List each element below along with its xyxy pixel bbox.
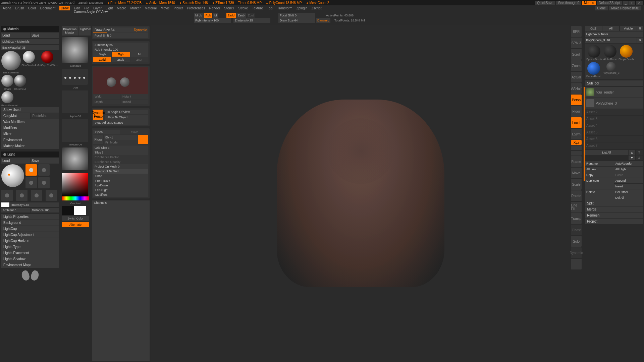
rgb-button-panel[interactable]: Rgb [112,52,129,57]
alpha-preview[interactable] [62,90,88,113]
draw-size-slider-panel[interactable]: Draw Size 64Dynamic [93,27,148,33]
window-close-icon[interactable]: ✕ [636,1,643,5]
window-max-icon[interactable]: □ [629,1,635,5]
snapshot-to-grid-button[interactable]: Snapshot To Grid [93,169,148,174]
fill-mode-slider[interactable]: Fill Mode [104,140,138,145]
menu-texture[interactable]: Texture [252,6,263,10]
material-sphere-redwax[interactable] [41,51,53,63]
append-button[interactable]: Append [614,178,643,183]
persp-icon[interactable]: DynamicPersp [93,110,103,120]
mrgb-button[interactable]: Mrgb [194,13,204,18]
lights-properties-section[interactable]: Lights Properties [1,214,59,220]
menu-macro[interactable]: Macro [117,6,126,10]
arrow-up-icon[interactable]: ▲ [629,150,635,155]
menu-preferences[interactable]: Preferences [187,6,205,10]
autoreorder-button[interactable]: AutoReorder [614,161,643,166]
aahalf-icon[interactable]: AAHalf [571,83,582,94]
light-slot-3[interactable] [25,177,37,188]
menu-zplugin[interactable]: Zplugin [297,6,308,10]
texture-preview[interactable] [62,119,88,142]
lights-placement-section[interactable]: Lights Placement [1,250,59,256]
menus-button[interactable]: Menus [582,1,596,5]
move-icon[interactable]: Move [571,168,582,178]
defaultscript-button[interactable]: DefaultZScript [597,1,622,5]
align-to-object-button[interactable]: Align To Object [105,115,148,120]
subtool-header[interactable]: SubTool [585,80,643,86]
actual-icon[interactable]: Actual [571,72,582,82]
local-toggle-icon[interactable]: Local [571,117,582,128]
lsym-icon[interactable]: LSym [571,129,582,139]
floor-icon[interactable]: Floor [93,135,103,144]
channels-section[interactable]: Channels [92,200,150,361]
material-sphere-skinshade[interactable] [23,51,35,63]
light-load-button[interactable]: Load [1,158,30,164]
split-section[interactable]: Split [585,200,643,206]
subtool-item-6[interactable]: Asset 6 [585,136,643,142]
frame-icon[interactable]: Frame [571,156,582,167]
rgb-button[interactable]: Rgb [204,13,213,18]
menu-transform[interactable]: Transform [277,6,292,10]
tool-sphere-brush[interactable] [588,45,600,58]
draw-size-slider[interactable]: Draw Size 64 [278,18,315,23]
zadd-button-panel[interactable]: Zadd [93,57,111,62]
lightcap-horizon-section[interactable]: LightCap Horizon [1,238,59,244]
zadd-button[interactable]: Zadd [226,13,236,18]
background-section[interactable]: Background [1,220,59,226]
quicksave-button[interactable]: QuickSave [535,1,555,5]
list-all-button[interactable]: List All [585,150,628,155]
material-panel-header[interactable]: Material [1,26,59,32]
lights-type-section[interactable]: Lights Type [1,244,59,250]
matcap-maker-section[interactable]: Matcap Maker [1,143,59,149]
menu-file[interactable]: File [84,6,89,10]
menu-movie[interactable]: Movie [161,6,170,10]
project-section[interactable]: Project [585,219,643,224]
tool-alpha-brush[interactable] [604,45,616,58]
light-panel-header[interactable]: Light [1,152,59,157]
light-intensity-slider[interactable]: Intensity 0.85 [10,202,59,207]
light-color-swatch[interactable] [1,202,9,207]
del-other-button[interactable]: Del Other [614,189,643,195]
remesh-section[interactable]: Remesh [585,213,643,218]
light-slot-5[interactable] [1,190,13,201]
menu-document[interactable]: Document [40,6,56,10]
left-right-button[interactable]: Left-Right [93,188,148,192]
material-sphere-chalk[interactable] [1,75,13,87]
modifiers-section[interactable]: Modifiers [1,125,59,131]
xpose-icon[interactable] [571,259,582,269]
subtool-item-3[interactable]: Asset 3 [585,116,643,122]
rename-button[interactable]: Rename [585,161,614,166]
z-intensity-slider-panel[interactable]: Z Intensity 25 [93,43,148,47]
duplicate-button[interactable]: Duplicate [585,178,614,189]
lightcap-section[interactable]: LightCap [1,226,59,232]
transp-icon[interactable]: Transp [571,213,582,224]
viewport-canvas[interactable] [151,25,570,362]
tool-current[interactable]: PolySphere_3. 48 [585,38,637,43]
tool-r-button[interactable]: R [637,38,643,43]
mrgb-button-panel[interactable]: Mrgb [93,52,111,57]
height-slider[interactable]: Height [121,94,148,99]
material-sphere-chrome[interactable] [14,75,26,87]
brush-preview[interactable] [62,37,88,63]
light-slot-8[interactable] [46,190,57,201]
light-slot-4[interactable] [38,177,50,188]
copy-button[interactable]: Copy [585,172,614,178]
light-slot-2[interactable] [38,164,50,176]
grid-modifiers-section[interactable]: Modifiers [93,192,148,197]
lights-shadow-section[interactable]: Lights Shadow [1,256,59,262]
elv-slider[interactable]: Elv -1 [104,135,138,140]
switchcolor-button[interactable]: SwitchColor [62,216,89,221]
all-high-button[interactable]: All High [614,167,643,172]
scroll-icon[interactable]: Scroll [571,49,582,60]
insert-button[interactable]: Insert [614,184,643,189]
del-all-button[interactable]: Del All [614,195,643,200]
tool-eraser-brush[interactable] [587,62,600,75]
menu-edit[interactable]: Edit [74,6,80,10]
clone-button[interactable]: Clone [595,6,608,10]
tool-lightbox-link[interactable]: Lightbox > Tools [585,32,643,37]
environment-maps-section[interactable]: Environment Maps [1,262,59,268]
all-low-button[interactable]: All Low [585,167,614,172]
brush-depth-preview[interactable] [93,67,148,94]
xyz-toggle-icon[interactable]: Xyz [571,140,582,145]
secondary-color-swatch[interactable] [62,206,74,215]
make-polymesh-button[interactable]: Make PolyMesh3D [609,6,641,10]
